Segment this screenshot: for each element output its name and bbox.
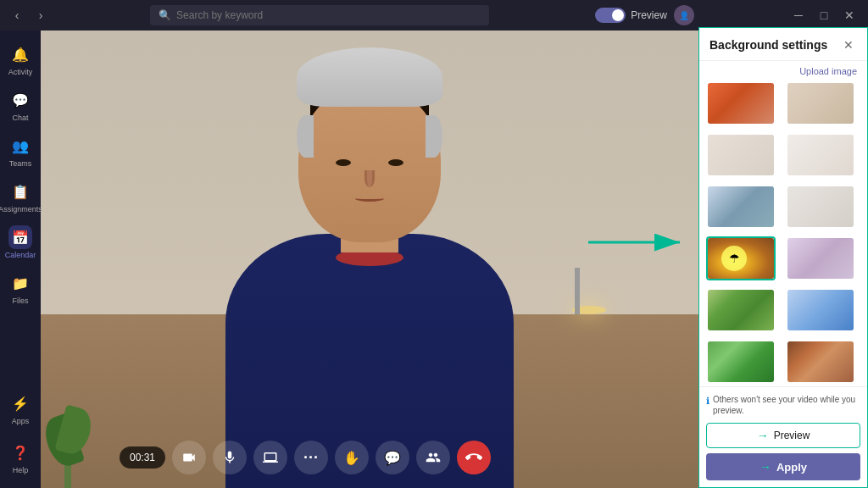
info-icon: ℹ — [706, 395, 709, 407]
search-bar: 🔍 — [150, 5, 489, 25]
sidebar-item-label: Help — [13, 466, 29, 474]
bg-thumb-2[interactable] — [786, 81, 855, 125]
footer-notice-text: Others won't see your video while you pr… — [713, 394, 860, 416]
bg-panel-header: Background settings ✕ — [699, 28, 867, 61]
upload-image-link[interactable]: Upload image — [799, 66, 857, 76]
preview-toggle: Preview — [595, 8, 667, 23]
sidebar: 🔔 Activity 💬 Chat 👥 Teams 📋 Assignments … — [0, 30, 41, 488]
sidebar-item-help[interactable]: ❓ Help — [3, 435, 37, 480]
bg-thumb-inner — [708, 135, 774, 175]
footer-notice: ℹ Others won't see your video while you … — [706, 394, 860, 416]
call-controls: 00:31 ··· ✋ 💬 — [81, 441, 529, 474]
room-scene — [41, 30, 698, 488]
call-timer: 00:31 — [120, 446, 165, 469]
sidebar-item-chat[interactable]: 💬 Chat — [3, 83, 37, 127]
help-icon: ❓ — [8, 441, 32, 464]
bg-thumb-7[interactable]: ☂ — [706, 236, 776, 280]
mic-button[interactable] — [213, 441, 247, 474]
calendar-icon: 📅 — [8, 225, 32, 249]
nav-back-button[interactable]: ‹ — [7, 5, 27, 25]
preview-arrow-icon: → — [757, 429, 769, 442]
bg-thumb-8[interactable] — [786, 236, 855, 280]
bg-thumb-inner — [708, 290, 774, 330]
bg-thumb-5[interactable] — [706, 185, 776, 229]
bg-thumb-11[interactable] — [706, 340, 776, 384]
top-bar: ‹ › 🔍 Preview 👤 ─ □ ✕ — [0, 0, 868, 30]
bg-panel-footer: ℹ Others won't see your video while you … — [699, 386, 867, 487]
sidebar-item-label: Chat — [12, 114, 28, 122]
participants-button[interactable] — [416, 441, 450, 474]
bg-thumb-10[interactable] — [786, 288, 855, 332]
sidebar-item-label: Calendar — [5, 251, 36, 259]
bg-thumb-inner — [787, 341, 854, 382]
bg-thumb-inner — [787, 238, 854, 279]
bg-thumb-inner — [787, 83, 854, 124]
sidebar-item-teams[interactable]: 👥 Teams — [3, 129, 37, 173]
sidebar-item-apps[interactable]: ⚡ Apps — [3, 386, 37, 430]
bg-thumb-9[interactable] — [706, 288, 776, 332]
sidebar-item-files[interactable]: 📁 Files — [3, 266, 37, 310]
nav-forward-button[interactable]: › — [31, 5, 51, 25]
preview-button-label: Preview — [774, 430, 810, 441]
apply-button[interactable]: → Apply — [706, 453, 860, 480]
bg-thumb-1[interactable] — [706, 81, 776, 125]
bg-panel-close-button[interactable]: ✕ — [840, 36, 857, 53]
sidebar-item-label: Teams — [9, 159, 32, 168]
search-icon: 🔍 — [159, 9, 171, 21]
camera-button[interactable] — [172, 441, 206, 474]
video-container: 00:31 ··· ✋ 💬 — [41, 30, 698, 488]
upload-row: Upload image — [699, 61, 867, 81]
bg-thumb-12[interactable] — [786, 340, 855, 384]
sidebar-item-activity[interactable]: 🔔 Activity — [3, 37, 37, 81]
apply-arrow-icon: → — [760, 460, 771, 474]
bg-thumb-inner — [787, 186, 854, 227]
raise-hand-button[interactable]: ✋ — [335, 441, 369, 474]
bg-panel-title: Background settings — [709, 38, 827, 52]
share-screen-button[interactable] — [253, 441, 287, 474]
sidebar-item-label: Activity — [8, 68, 33, 76]
video-feed — [41, 30, 698, 488]
preview-button[interactable]: → Preview — [706, 423, 860, 448]
search-input[interactable] — [176, 9, 481, 21]
sidebar-item-label: Assignments — [0, 205, 42, 214]
bg-grid: ☂ — [699, 81, 867, 386]
preview-toggle-switch[interactable] — [595, 8, 626, 23]
more-options-button[interactable]: ··· — [294, 441, 328, 474]
bg-thumb-3[interactable] — [706, 133, 776, 177]
activity-icon: 🔔 — [8, 42, 32, 66]
minimize-button[interactable]: ─ — [787, 3, 810, 27]
bg-thumb-6[interactable] — [786, 185, 855, 229]
arrow-svg — [588, 230, 690, 255]
sidebar-item-calendar[interactable]: 📅 Calendar — [3, 220, 37, 264]
sidebar-item-label: Files — [12, 297, 28, 305]
files-icon: 📁 — [8, 271, 32, 295]
maximize-button[interactable]: □ — [812, 3, 836, 27]
chat-control-button[interactable]: 💬 — [376, 441, 409, 474]
bg-thumb-inner — [708, 186, 774, 227]
apply-button-label: Apply — [776, 461, 807, 474]
sidebar-bottom: ⚡ Apps ❓ Help — [3, 386, 37, 488]
bg-thumb-inner — [787, 135, 854, 175]
bg-thumb-inner — [787, 290, 854, 330]
bg-thumb-inner — [708, 341, 774, 382]
preview-label: Preview — [631, 9, 667, 21]
bg-settings-panel: Background settings ✕ Upload image ☂ — [698, 27, 868, 488]
bg-thumb-4[interactable] — [786, 133, 855, 177]
arrow-pointer — [588, 230, 690, 258]
apps-icon: ⚡ — [8, 391, 32, 415]
sidebar-item-label: Apps — [12, 417, 30, 425]
chat-icon: 💬 — [8, 88, 32, 112]
teams-icon: 👥 — [8, 134, 32, 158]
avatar[interactable]: 👤 — [674, 5, 694, 25]
window-controls: ─ □ ✕ — [787, 3, 861, 27]
hangup-button[interactable] — [457, 441, 491, 474]
nav-buttons: ‹ › — [7, 5, 51, 25]
bg-thumb-inner — [708, 83, 774, 124]
bg-thumb-inner: ☂ — [708, 238, 774, 279]
close-button[interactable]: ✕ — [837, 3, 861, 27]
sidebar-item-assignments[interactable]: 📋 Assignments — [3, 175, 37, 219]
assignments-icon: 📋 — [8, 180, 32, 203]
